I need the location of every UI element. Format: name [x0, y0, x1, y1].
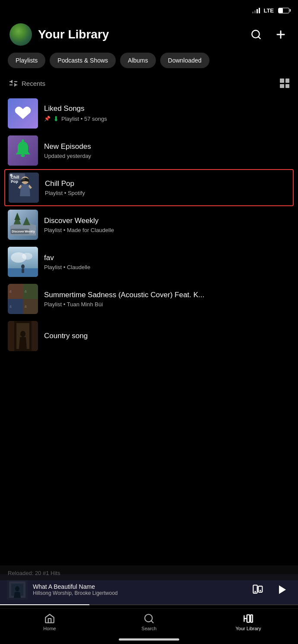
svg-text:Weekly: Weekly: [25, 230, 35, 233]
liked-songs-title: Liked Songs: [44, 104, 290, 113]
status-bar: LTE: [0, 0, 298, 19]
fav-meta: Playlist • Claudelle: [44, 264, 90, 270]
fav-title: fav: [44, 254, 290, 262]
list-item[interactable]: ♫ ♫ ♫ ♫ Summertime Sadness (Acoustic Cov…: [8, 280, 290, 317]
nav-home[interactable]: Home: [32, 613, 67, 631]
now-playing-thumbnail: [7, 579, 28, 600]
sort-control[interactable]: Recents: [9, 79, 45, 88]
nav-home-label: Home: [43, 626, 56, 631]
country-song-info: Country song: [44, 332, 290, 340]
discover-weekly-title: Discover Weekly: [44, 217, 290, 225]
svg-rect-32: [22, 269, 24, 273]
list-item[interactable]: Chill Pop Chill Pop Playlist • Spotify: [4, 169, 294, 206]
liked-songs-thumbnail: [8, 98, 38, 129]
add-button[interactable]: [273, 27, 288, 42]
filter-pills: Playlists Podcasts & Shows Albums Downlo…: [0, 53, 298, 77]
chill-pop-subtitle: Playlist • Spotify: [45, 190, 289, 196]
svg-point-11: [22, 139, 24, 142]
liked-songs-info: Liked Songs 📌 ⬇ Playlist • 57 songs: [44, 104, 290, 123]
svg-point-44: [20, 331, 25, 337]
grid-view-button[interactable]: [280, 79, 289, 88]
filter-albums[interactable]: Albums: [120, 53, 156, 68]
filter-playlists[interactable]: Playlists: [8, 53, 45, 68]
discover-weekly-meta: Playlist • Made for Claudelle: [44, 227, 114, 233]
search-button[interactable]: [249, 27, 263, 42]
summertime-meta: Playlist • Tuan Minh Bùi: [44, 301, 103, 308]
country-song-thumbnail: [8, 321, 38, 351]
svg-point-29: [22, 253, 32, 260]
device-picker-button[interactable]: [250, 582, 266, 597]
new-episodes-thumbnail: [8, 135, 38, 166]
list-item[interactable]: Liked Songs 📌 ⬇ Playlist • 57 songs: [8, 95, 290, 132]
svg-text:♫: ♫: [9, 289, 12, 293]
signal-strength: [252, 7, 260, 13]
discover-weekly-subtitle: Playlist • Made for Claudelle: [44, 227, 290, 233]
home-indicator: [119, 638, 179, 641]
play-button[interactable]: [272, 580, 291, 599]
fav-thumbnail: [8, 247, 38, 277]
lte-indicator: LTE: [263, 7, 274, 14]
new-episodes-info: New Episodes Updated yesterday: [44, 142, 290, 159]
liked-songs-meta: Playlist • 57 songs: [61, 116, 107, 122]
nav-search[interactable]: Search: [132, 613, 166, 631]
now-playing-artist: Hillsong Worship, Brooke Ligertwood: [33, 590, 245, 596]
filter-podcasts[interactable]: Podcasts & Shows: [50, 53, 116, 68]
progress-fill: [0, 604, 89, 605]
svg-point-51: [254, 591, 256, 593]
svg-point-18: [10, 174, 13, 176]
new-episodes-meta: Updated yesterday: [44, 153, 91, 159]
search-nav-icon: [143, 613, 155, 624]
svg-text:Discover: Discover: [12, 230, 24, 233]
page-title: Your Library: [38, 28, 249, 41]
sort-row: Recents: [0, 77, 298, 95]
now-playing-info: What A Beautiful Name Hillsong Worship, …: [33, 583, 245, 596]
download-icon-small: ⬇: [53, 115, 59, 123]
svg-text:Pop: Pop: [11, 179, 19, 184]
summertime-subtitle: Playlist • Tuan Minh Bùi: [44, 301, 290, 308]
svg-line-1: [258, 37, 260, 39]
summertime-title: Summertime Sadness (Acoustic Cover) Feat…: [44, 291, 290, 299]
fav-subtitle: Playlist • Claudelle: [44, 264, 290, 270]
new-episodes-subtitle: Updated yesterday: [44, 153, 290, 159]
list-item[interactable]: Country song: [8, 317, 290, 355]
chill-pop-title: Chill Pop: [45, 179, 289, 188]
next-item-title: Reloaded: 20 #1 Hits: [8, 570, 60, 576]
svg-text:♫: ♫: [9, 305, 12, 308]
discover-weekly-thumbnail: Discover Weekly: [8, 210, 38, 240]
svg-marker-53: [279, 585, 286, 594]
liked-songs-subtitle: 📌 ⬇ Playlist • 57 songs: [44, 115, 290, 123]
list-item[interactable]: Discover Weekly Discover Weekly Playlist…: [8, 206, 290, 243]
svg-rect-59: [250, 615, 252, 622]
next-item-peek: Reloaded: 20 #1 Hits: [0, 565, 298, 580]
library-list: Liked Songs 📌 ⬇ Playlist • 57 songs: [0, 95, 298, 355]
home-icon: [44, 613, 55, 624]
summertime-thumbnail: ♫ ♫ ♫ ♫: [8, 284, 38, 314]
sort-label: Recents: [22, 80, 45, 87]
svg-point-52: [260, 590, 261, 592]
library-nav-icon: [243, 613, 254, 624]
list-item[interactable]: fav Playlist • Claudelle: [8, 243, 290, 280]
now-playing-controls: [250, 580, 291, 599]
nav-library[interactable]: Your Library: [231, 613, 266, 631]
svg-point-31: [21, 264, 25, 269]
nav-library-label: Your Library: [236, 626, 261, 631]
chill-pop-thumbnail: Chill Pop: [9, 173, 39, 203]
header: Your Library: [0, 19, 298, 53]
progress-bar: [0, 604, 298, 605]
discover-weekly-info: Discover Weekly Playlist • Made for Clau…: [44, 217, 290, 233]
filter-downloaded[interactable]: Downloaded: [160, 53, 209, 68]
fav-info: fav Playlist • Claudelle: [44, 254, 290, 270]
svg-point-10: [21, 154, 25, 157]
list-item[interactable]: New Episodes Updated yesterday: [8, 132, 290, 169]
summertime-info: Summertime Sadness (Acoustic Cover) Feat…: [44, 291, 290, 308]
pin-icon: 📌: [44, 116, 51, 122]
svg-text:♫: ♫: [24, 289, 27, 293]
svg-text:♫: ♫: [24, 305, 27, 308]
svg-rect-58: [247, 615, 250, 622]
battery-indicator: [278, 8, 289, 13]
chill-pop-meta: Playlist • Spotify: [45, 190, 85, 196]
nav-search-label: Search: [142, 626, 157, 631]
avatar[interactable]: [10, 23, 32, 46]
country-song-title: Country song: [44, 332, 290, 340]
new-episodes-title: New Episodes: [44, 142, 290, 151]
